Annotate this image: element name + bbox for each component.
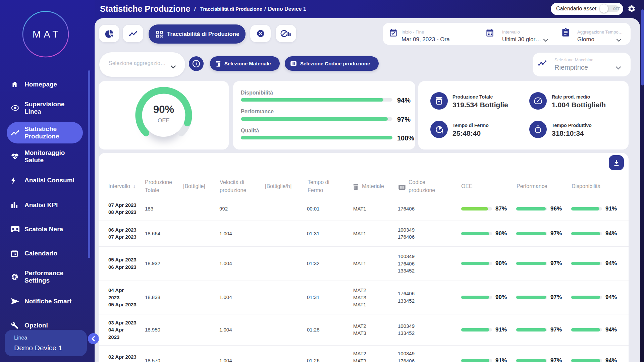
- svg-text:MAT: MAT: [33, 29, 61, 40]
